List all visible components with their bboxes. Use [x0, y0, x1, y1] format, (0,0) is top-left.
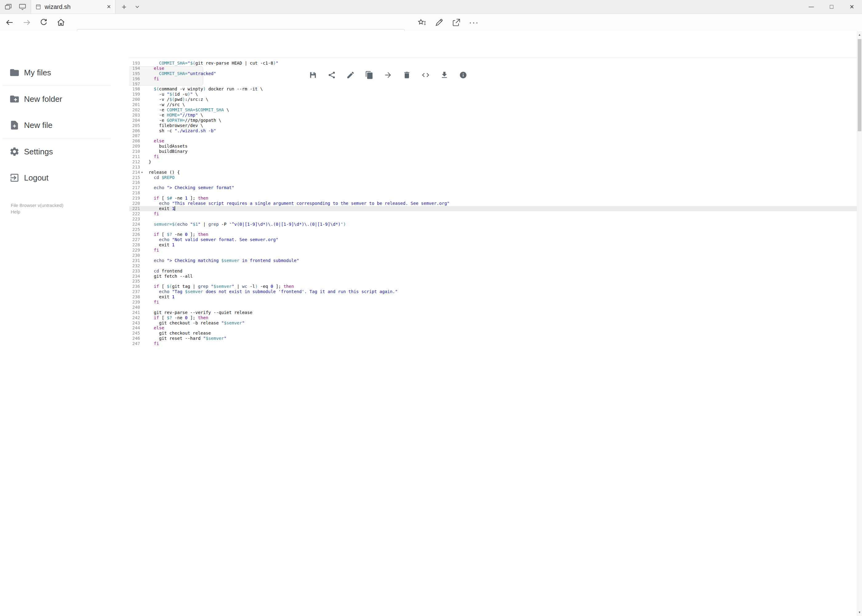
code-line[interactable]: 197 [129, 82, 857, 87]
sidebar-divider [2, 138, 111, 138]
code-line[interactable]: 228 exit 1 [129, 242, 857, 248]
code-line[interactable]: 200 -v /$(pwd):/src:z \ [129, 97, 857, 102]
back-button[interactable] [5, 18, 14, 27]
code-line[interactable]: 240 [129, 305, 857, 310]
code-line[interactable]: 236 if [ $(git tag | grep "$semver" | wc… [129, 284, 857, 289]
browser-more-icon[interactable]: ··· [469, 18, 479, 27]
code-line[interactable]: 209 buildAssets [129, 144, 857, 149]
code-line[interactable]: 198 $(command -v winpty) docker run --rm… [129, 86, 857, 92]
code-line[interactable]: 199 -u "$(id -u)" \ [129, 92, 857, 97]
sidebar-item-logout[interactable]: Logout [0, 165, 117, 191]
code-line[interactable]: 205 filebrowser/dev \ [129, 123, 857, 128]
code-content: COMMIT_SHA="$(git rev-parse HEAD | cut -… [149, 61, 857, 66]
code-line[interactable]: 232 [129, 263, 857, 269]
code-line[interactable]: 244 else [129, 325, 857, 331]
sidebar-item-settings[interactable]: Settings [0, 139, 117, 165]
code-line[interactable]: 202 -e COMMIT_SHA=$COMMIT_SHA \ [129, 107, 857, 113]
tab-preview-icon[interactable] [19, 3, 27, 11]
sidebar-footer: File Browser v(untracked) Help [11, 202, 63, 215]
code-line[interactable]: 193 COMMIT_SHA="$(git rev-parse HEAD | c… [129, 61, 857, 66]
code-line[interactable]: 225 [129, 227, 857, 232]
code-line[interactable]: 247 fi [129, 341, 857, 346]
code-content: echo "> Checking matching $semver in fro… [149, 258, 857, 263]
code-content: else [149, 138, 857, 144]
code-line[interactable]: 221 exit 1 [129, 206, 857, 211]
scrollbar-thumb[interactable] [858, 39, 861, 131]
code-line[interactable]: 206 sh -c "./wizard.sh -b" [129, 128, 857, 134]
fold-arrow-icon[interactable]: ▾ [141, 170, 143, 175]
sidebar-item-new-file[interactable]: New file [0, 112, 117, 138]
line-number: 215 [129, 175, 140, 180]
code-line[interactable]: 241 git rev-parse --verify --quiet relea… [129, 310, 857, 315]
annotate-pen-icon[interactable] [435, 18, 444, 27]
code-line[interactable]: 235 [129, 279, 857, 284]
window-minimize-button[interactable]: — [801, 0, 821, 14]
code-line[interactable]: 227 echo "Not valid semver format. See s… [129, 237, 857, 242]
vertical-scrollbar[interactable]: ▲ ▼ [857, 31, 862, 616]
code-line[interactable]: 216 [129, 180, 857, 185]
code-line[interactable]: 220 echo "This release script requires a… [129, 201, 857, 206]
refresh-button[interactable] [39, 18, 48, 27]
code-line[interactable]: 243 git checkout -b release "$semver" [129, 321, 857, 326]
code-line[interactable]: 237 echo "Tag $semver does not exist in … [129, 289, 857, 294]
line-number: 213 [129, 165, 140, 170]
tab-close-icon[interactable]: × [107, 3, 111, 10]
browser-tab-bar: wizard.sh × + — □ × [0, 0, 862, 14]
code-line[interactable]: 239 fi [129, 300, 857, 305]
code-content: fi [149, 211, 857, 217]
code-line[interactable]: 223 [129, 217, 857, 222]
code-editor[interactable]: 193 COMMIT_SHA="$(git rev-parse HEAD | c… [129, 58, 857, 616]
new-tab-button[interactable]: + [118, 0, 130, 14]
code-line[interactable]: 230 [129, 253, 857, 258]
line-number: 243 [129, 321, 140, 326]
code-line[interactable]: 211 fi [129, 154, 857, 159]
code-line[interactable]: 214▾release () { [129, 170, 857, 175]
code-line[interactable]: 196 fi [129, 76, 857, 82]
set-aside-tabs-icon[interactable] [4, 3, 12, 11]
code-line[interactable]: 226 if [ $? -ne 0 ]; then [129, 232, 857, 237]
code-line[interactable]: 195 COMMIT_SHA="untracked" [129, 71, 857, 76]
code-line[interactable]: 204 -e GOPATH=//tmp/gopath \ [129, 118, 857, 123]
code-line[interactable]: 213 [129, 165, 857, 170]
forward-button[interactable] [22, 18, 32, 27]
code-line[interactable]: 208 else [129, 138, 857, 144]
code-line[interactable]: 219 if [ $# -ne 1 ]; then [129, 196, 857, 201]
code-line[interactable]: 242 if [ $? -ne 0 ]; then [129, 315, 857, 321]
code-line[interactable]: 238 exit 1 [129, 294, 857, 300]
code-line[interactable]: 245 git checkout release [129, 331, 857, 336]
code-line[interactable]: 217 echo "> Checking semver format" [129, 185, 857, 190]
code-line[interactable]: 201 -w //src \ [129, 102, 857, 107]
window-close-button[interactable]: × [842, 0, 862, 14]
scrollbar-down-icon[interactable]: ▼ [857, 609, 862, 615]
help-link[interactable]: Help [11, 209, 63, 215]
window-maximize-button[interactable]: □ [821, 0, 842, 14]
line-number: 197 [129, 82, 140, 87]
code-content: echo "Not valid semver format. See semve… [149, 237, 857, 242]
code-line[interactable]: 207 [129, 133, 857, 138]
code-content [149, 227, 857, 232]
code-line[interactable]: 224 semver=$(echo "$1" | grep -P '^v(0|[… [129, 222, 857, 227]
home-button[interactable] [56, 18, 66, 27]
code-line[interactable]: 229 fi [129, 248, 857, 253]
hub-favorites-icon[interactable] [418, 18, 427, 27]
code-line[interactable]: 222 fi [129, 211, 857, 217]
code-line[interactable]: 215 cd $REPO [129, 175, 857, 180]
scrollbar-up-icon[interactable]: ▲ [857, 32, 862, 38]
sidebar-item-my-files[interactable]: My files [0, 60, 117, 85]
code-line[interactable]: 231 echo "> Checking matching $semver in… [129, 258, 857, 263]
code-line[interactable]: 246 git reset --hard "$semver" [129, 336, 857, 341]
code-line[interactable]: 233 cd frontend [129, 269, 857, 274]
line-number: 246 [129, 336, 140, 341]
sidebar-item-new-folder[interactable]: New folder [0, 86, 117, 112]
code-line[interactable]: 210 buildBinary [129, 149, 857, 154]
code-line[interactable]: 234 git fetch --all [129, 274, 857, 279]
code-line[interactable]: 203 -e HOME="//tmp" \ [129, 113, 857, 118]
tabs-dropdown-icon[interactable] [132, 0, 143, 14]
code-line[interactable]: 194 else [129, 66, 857, 71]
browser-tab[interactable]: wizard.sh × [31, 0, 115, 14]
code-line[interactable]: 212} [129, 159, 857, 165]
line-number: 236 [129, 284, 140, 289]
browser-navbar: filebrowser.web/files/wizard.sh [0, 14, 862, 31]
code-line[interactable]: 218 [129, 190, 857, 196]
share-page-icon[interactable] [452, 18, 461, 27]
